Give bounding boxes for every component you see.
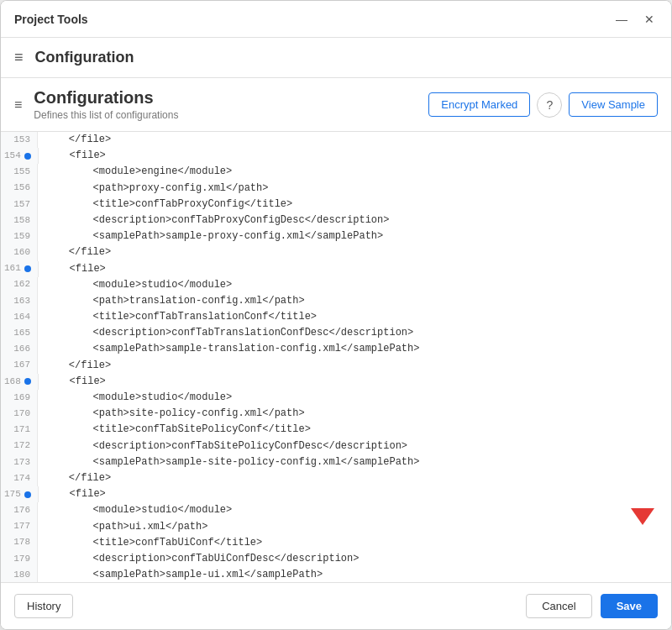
line-number: 175	[1, 486, 39, 502]
config-header-actions: Encrypt Marked ? View Sample	[428, 92, 658, 118]
table-row: 172 <description>confTabSitePolicyConfDe…	[1, 438, 671, 454]
bottom-right-actions: Cancel Save	[526, 594, 658, 618]
line-content: </file>	[38, 358, 671, 374]
line-content: <file>	[39, 148, 671, 164]
line-content: <samplePath>sample-site-policy-config.xm…	[38, 454, 671, 470]
table-row: 158 <description>confTabProxyConfigDesc<…	[1, 213, 671, 228]
line-number: 169	[1, 390, 38, 406]
line-indicator-dot	[24, 378, 31, 385]
help-button[interactable]: ?	[537, 92, 562, 118]
minimize-button[interactable]: —	[612, 11, 631, 28]
table-row: 174 </file>	[1, 470, 671, 486]
window-title: Project Tools	[14, 13, 88, 26]
bottom-bar: History Cancel Save	[1, 582, 671, 629]
line-number: 154	[1, 148, 39, 164]
line-indicator-dot	[24, 491, 31, 498]
line-content: <path>proxy-config.xml</path>	[38, 181, 671, 197]
line-content: <module>studio</module>	[38, 502, 671, 518]
config-hamburger-icon[interactable]: ≡	[14, 97, 22, 113]
line-content: <module>engine</module>	[38, 164, 671, 180]
line-number: 153	[1, 132, 38, 148]
encrypt-marked-button[interactable]: Encrypt Marked	[428, 92, 530, 117]
table-row: 178 <title>confTabUiConf</title>	[1, 535, 671, 551]
table-row: 153 </file>	[1, 132, 671, 148]
table-row: 165 <description>confTabTranslationConfD…	[1, 325, 671, 341]
line-number: 176	[1, 502, 38, 518]
line-number: 173	[1, 454, 38, 470]
line-number: 179	[1, 551, 38, 567]
line-number: 170	[1, 406, 38, 422]
cancel-button[interactable]: Cancel	[526, 594, 591, 618]
line-content: <description>confTabSitePolicyConfDesc</…	[38, 438, 671, 454]
line-number: 168	[1, 374, 39, 390]
table-row: 170 <path>site-policy-config.xml</path>	[1, 406, 671, 422]
close-button[interactable]: ✕	[641, 11, 658, 28]
line-content: <path>site-policy-config.xml</path>	[38, 406, 671, 422]
line-content: <samplePath>sample-proxy-config.xml</sam…	[38, 228, 671, 244]
config-header-title: Configurations	[34, 88, 178, 108]
line-number: 162	[1, 277, 38, 293]
table-row: 162 <module>studio</module>	[1, 277, 671, 293]
line-indicator-dot	[24, 153, 31, 160]
editor-area: 153 </file>154 <file>155 <module>engine<…	[1, 132, 671, 582]
line-number: 165	[1, 325, 38, 341]
config-header-left: ≡ Configurations Defines this list of co…	[14, 88, 428, 121]
line-content: <description>confTabUiConfDesc</descript…	[38, 551, 671, 567]
line-content: <samplePath>sample-translation-config.xm…	[38, 341, 671, 357]
line-number: 160	[1, 244, 38, 260]
line-number: 172	[1, 438, 38, 454]
table-row: 171 <title>confTabSitePolicyConf</title>	[1, 422, 671, 438]
history-button[interactable]: History	[14, 594, 73, 618]
line-number: 171	[1, 422, 38, 438]
title-bar-controls: — ✕	[612, 11, 658, 28]
line-number: 180	[1, 567, 38, 582]
table-row: 156 <path>proxy-config.xml</path>	[1, 181, 671, 197]
nav-hamburger-icon[interactable]: ≡	[14, 49, 24, 66]
line-content: <samplePath>sample-ui.xml</samplePath>	[38, 567, 671, 582]
line-number: 161	[1, 261, 39, 277]
table-row: 155 <module>engine</module>	[1, 164, 671, 180]
table-row: 167 </file>	[1, 358, 671, 374]
table-row: 180 <samplePath>sample-ui.xml</samplePat…	[1, 567, 671, 582]
title-bar: Project Tools — ✕	[1, 1, 671, 38]
table-row: 157 <title>confTabProxyConfig</title>	[1, 197, 671, 213]
table-row: 179 <description>confTabUiConfDesc</desc…	[1, 551, 671, 567]
table-row: 160 </file>	[1, 244, 671, 260]
config-header-subtitle: Defines this list of configurations	[34, 109, 178, 121]
line-content: <path>ui.xml</path>	[38, 519, 671, 535]
line-number: 178	[1, 535, 38, 551]
table-row: 176 <module>studio</module>	[1, 502, 671, 518]
line-content: <title>confTabUiConf</title>	[38, 535, 671, 551]
line-content: <title>confTabProxyConfig</title>	[38, 197, 671, 213]
line-content: <path>translation-config.xml</path>	[38, 293, 671, 309]
line-number: 155	[1, 164, 38, 180]
line-indicator-dot	[24, 265, 31, 272]
line-content: <module>studio</module>	[38, 390, 671, 406]
config-header-text: Configurations Defines this list of conf…	[34, 88, 178, 121]
line-number: 159	[1, 228, 38, 244]
table-row: 166 <samplePath>sample-translation-confi…	[1, 341, 671, 357]
config-header: ≡ Configurations Defines this list of co…	[1, 78, 671, 132]
table-row: 175 <file>	[1, 486, 671, 502]
line-content: <title>confTabSitePolicyConf</title>	[38, 422, 671, 438]
line-content: <description>confTabTranslationConfDesc<…	[38, 325, 671, 341]
line-content: </file>	[38, 470, 671, 486]
table-row: 159 <samplePath>sample-proxy-config.xml<…	[1, 228, 671, 244]
line-number: 158	[1, 213, 38, 228]
view-sample-button[interactable]: View Sample	[569, 92, 658, 117]
line-content: <file>	[39, 261, 671, 277]
editor-scroll[interactable]: 153 </file>154 <file>155 <module>engine<…	[1, 132, 671, 582]
line-number: 174	[1, 470, 38, 486]
nav-bar: ≡ Configuration	[1, 38, 671, 78]
table-row: 154 <file>	[1, 148, 671, 164]
line-content: <description>confTabProxyConfigDesc</des…	[38, 213, 671, 228]
line-number: 164	[1, 309, 38, 325]
line-number: 166	[1, 341, 38, 357]
table-row: 161 <file>	[1, 261, 671, 277]
save-button[interactable]: Save	[601, 594, 658, 618]
line-number: 167	[1, 358, 38, 374]
table-row: 169 <module>studio</module>	[1, 390, 671, 406]
main-window: Project Tools — ✕ ≡ Configuration ≡ Conf…	[0, 0, 672, 630]
line-number: 157	[1, 197, 38, 213]
table-row: 168 <file>	[1, 374, 671, 390]
